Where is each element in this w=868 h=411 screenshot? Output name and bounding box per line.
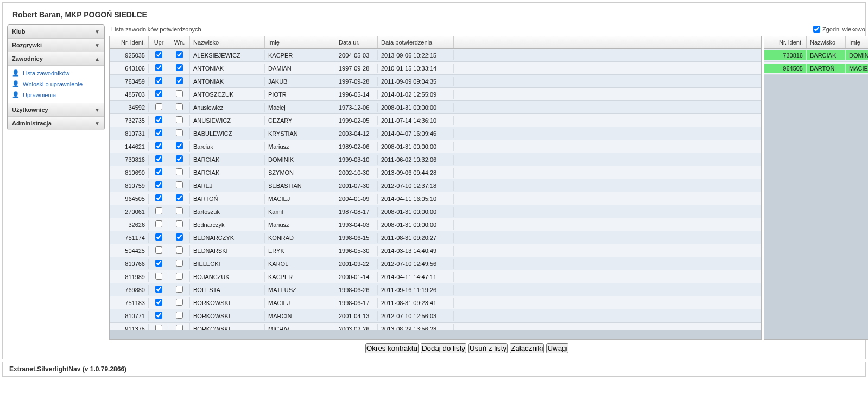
upr-checkbox[interactable] <box>155 129 162 136</box>
wn-checkbox[interactable] <box>176 194 183 201</box>
usun-z-listy-button[interactable]: Usuń z listy <box>468 343 508 353</box>
wn-checkbox[interactable] <box>176 181 183 188</box>
left-col-header[interactable]: Data ur. <box>335 36 378 48</box>
wn-checkbox[interactable] <box>176 77 183 84</box>
table-row[interactable]: 32626BednarczykMariusz1993-04-032008-01-… <box>110 218 761 231</box>
wn-checkbox[interactable] <box>176 325 183 330</box>
wn-checkbox[interactable] <box>176 299 183 306</box>
table-cell: 2011-06-02 10:32:06 <box>378 155 454 165</box>
table-row[interactable]: 732735ANUSIEWICZCEZARY1999-02-052011-07-… <box>110 114 761 127</box>
left-col-header[interactable]: Data potwierdzenia <box>378 36 454 48</box>
left-col-header[interactable]: Nr. ident. <box>110 36 149 48</box>
wn-checkbox[interactable] <box>176 246 183 254</box>
table-cell <box>169 310 190 321</box>
table-row[interactable]: 810731BABULEWICZKRYSTIAN2003-04-122014-0… <box>110 127 761 140</box>
wn-checkbox[interactable] <box>176 286 183 293</box>
okres-kontraktu-button[interactable]: Okres kontraktu <box>365 343 419 353</box>
upr-checkbox[interactable] <box>155 155 162 162</box>
table-row[interactable]: 810690BARCIAKSZYMON2002-10-302013-09-06 … <box>110 166 761 179</box>
table-row[interactable]: 751183BORKOWSKIMACIEJ1998-06-172011-08-3… <box>110 296 761 309</box>
right-col-header[interactable]: Imię <box>846 36 868 48</box>
table-row[interactable]: 504425BEDNARSKIERYK1996-05-302014-03-13 … <box>110 244 761 257</box>
table-row[interactable]: 810766BIELECKIKAROL2001-09-222012-07-10 … <box>110 257 761 270</box>
wn-checkbox[interactable] <box>176 64 183 71</box>
upr-checkbox[interactable] <box>155 90 162 97</box>
upr-checkbox[interactable] <box>155 103 162 110</box>
table-row[interactable]: 270061BartoszukKamil1987-08-172008-01-31… <box>110 205 761 218</box>
left-col-header[interactable]: Nazwisko <box>190 36 265 48</box>
upr-checkbox[interactable] <box>155 168 162 175</box>
wn-checkbox[interactable] <box>176 207 183 214</box>
upr-checkbox[interactable] <box>155 233 162 241</box>
sidebar-section-użytkownicy[interactable]: Użytkownicy▼ <box>8 103 104 116</box>
table-row[interactable]: 485703ANTOSZCZUKPIOTR1996-05-142014-01-0… <box>110 88 761 101</box>
wn-checkbox[interactable] <box>176 116 183 123</box>
upr-checkbox[interactable] <box>155 116 162 123</box>
left-col-header[interactable]: Upr <box>149 36 169 48</box>
table-row[interactable]: 730816BARCIAKDOMINIK1999-03-102011-06-02… <box>110 153 761 166</box>
table-row[interactable]: 144621BarciakMariusz1989-02-062008-01-31… <box>110 140 761 153</box>
table-row[interactable]: 763459ANTONIAKJAKUB1997-09-282011-09-09 … <box>110 75 761 88</box>
upr-checkbox[interactable] <box>155 194 162 201</box>
wn-checkbox[interactable] <box>176 90 183 97</box>
upr-checkbox[interactable] <box>155 77 162 84</box>
upr-checkbox[interactable] <box>155 286 162 293</box>
table-row[interactable]: 964505BARTOŃMACIEJ2004-01-092014-04-11 1… <box>110 192 761 205</box>
table-row[interactable]: 810771BORKOWSKIMARCIN2001-04-132012-07-1… <box>110 309 761 323</box>
left-grid-hscroll[interactable] <box>110 330 761 339</box>
wn-checkbox[interactable] <box>176 51 183 58</box>
upr-checkbox[interactable] <box>155 273 162 280</box>
left-col-header[interactable]: Imię <box>265 36 335 48</box>
table-row[interactable]: 925035ALEKSIEJEWICZKACPER2004-05-032013-… <box>110 49 761 62</box>
wn-checkbox[interactable] <box>176 273 183 280</box>
age-check[interactable]: Zgodni wiekowo <box>813 26 865 33</box>
sidebar-section-zawodnicy[interactable]: Zawodnicy▲ <box>8 52 104 65</box>
sidebar-section-rozgrywki[interactable]: Rozgrywki▼ <box>8 38 104 52</box>
left-grid-body[interactable]: 925035ALEKSIEJEWICZKACPER2004-05-032013-… <box>110 49 761 330</box>
right-grid-body[interactable]: 730816BARCIAKDOMINIKZweryfikowany2014-06… <box>764 49 868 339</box>
table-row[interactable]: 964505BARTOŃMACIEJZweryfikowany2014-06-3… <box>764 62 868 75</box>
age-check-box[interactable] <box>813 26 820 33</box>
table-row[interactable]: 811989BOJANCZUKKACPER2000-01-142014-04-1… <box>110 270 761 283</box>
wn-checkbox[interactable] <box>176 155 183 162</box>
wn-checkbox[interactable] <box>176 233 183 241</box>
upr-checkbox[interactable] <box>155 64 162 71</box>
table-row[interactable]: 810759BAREJSEBASTIAN2001-07-302012-07-10… <box>110 179 761 192</box>
wn-checkbox[interactable] <box>176 129 183 136</box>
upr-checkbox[interactable] <box>155 51 162 58</box>
table-row[interactable]: 769880BOLESTAMATEUSZ1998-06-262011-09-16… <box>110 283 761 296</box>
sidebar-item-wnioski-o-uprawnienie[interactable]: 👤Wnioski o uprawnienie <box>10 79 102 90</box>
right-col-header[interactable]: Nr. ident. <box>764 36 807 48</box>
wn-checkbox[interactable] <box>176 260 183 267</box>
table-row[interactable]: 751174BEDNARCZYKKONRAD1998-06-152011-08-… <box>110 231 761 244</box>
wn-checkbox[interactable] <box>176 168 183 175</box>
upr-checkbox[interactable] <box>155 246 162 254</box>
upr-checkbox[interactable] <box>155 220 162 227</box>
upr-checkbox[interactable] <box>155 325 162 330</box>
table-row[interactable]: 34592AnusiewiczMaciej1973-12-062008-01-3… <box>110 101 761 114</box>
dodaj-do-listy-button[interactable]: Dodaj do listy <box>421 343 466 353</box>
upr-checkbox[interactable] <box>155 312 162 319</box>
right-col-header[interactable]: Nazwisko <box>807 36 846 48</box>
table-cell: BARTOŃ <box>807 64 846 73</box>
table-row[interactable]: 643106ANTONIAKDAMIAN1997-09-282010-01-15… <box>110 62 761 75</box>
upr-checkbox[interactable] <box>155 181 162 188</box>
upr-checkbox[interactable] <box>155 260 162 267</box>
zalaczniki-button[interactable]: Załączniki <box>510 343 544 353</box>
upr-checkbox[interactable] <box>155 299 162 306</box>
sidebar-item-lista-zawodników[interactable]: 👤Lista zawodników <box>10 68 102 79</box>
upr-checkbox[interactable] <box>155 207 162 214</box>
sidebar-section-klub[interactable]: Klub▼ <box>8 25 104 38</box>
wn-checkbox[interactable] <box>176 103 183 110</box>
upr-checkbox[interactable] <box>155 142 162 149</box>
wn-checkbox[interactable] <box>176 142 183 149</box>
table-row[interactable]: 911375BORKOWSKIMICHAŁ2003-02-262013-08-2… <box>110 323 761 330</box>
left-col-header[interactable]: Wn. <box>169 36 190 48</box>
uwagi-button[interactable]: Uwagi <box>546 343 568 353</box>
table-cell <box>149 141 169 152</box>
sidebar-section-administracja[interactable]: Administracja▼ <box>8 116 104 130</box>
sidebar-item-uprawnienia[interactable]: 👤Uprawnienia <box>10 90 102 100</box>
table-row[interactable]: 730816BARCIAKDOMINIKZweryfikowany2014-06… <box>764 49 868 62</box>
wn-checkbox[interactable] <box>176 312 183 319</box>
wn-checkbox[interactable] <box>176 220 183 227</box>
